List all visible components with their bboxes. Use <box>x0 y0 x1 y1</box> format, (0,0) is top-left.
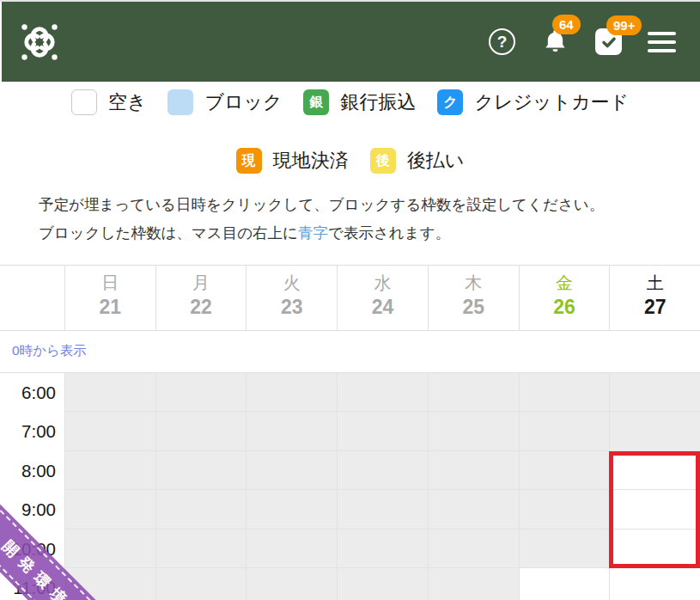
grid-row: 7:00 <box>0 412 700 451</box>
legend-row-2: 現現地決済後後払い <box>0 148 700 174</box>
show-from-zero-link[interactable]: 0時から表示 <box>12 342 87 360</box>
grid-cell[interactable] <box>519 373 610 413</box>
day-name: 火 <box>247 274 337 291</box>
grid-cell[interactable] <box>337 451 428 491</box>
grid-cell[interactable] <box>519 412 610 451</box>
app-logo-icon[interactable] <box>19 21 60 63</box>
grid-cell[interactable] <box>64 490 155 530</box>
grid-cell[interactable] <box>428 568 519 600</box>
legend-swatch-icon: 現 <box>236 148 262 174</box>
day-date: 25 <box>429 297 519 317</box>
legend-swatch-icon: 後 <box>370 148 396 174</box>
grid-cell[interactable] <box>519 490 610 530</box>
grid-cell[interactable] <box>609 451 700 491</box>
grid-cell[interactable] <box>246 530 337 569</box>
legend-label: 空き <box>108 89 147 115</box>
grid-row: 11:00 <box>0 568 700 600</box>
help-icon: ? <box>489 28 515 55</box>
day-header-日: 日21 <box>64 266 155 330</box>
day-name: 金 <box>520 274 610 291</box>
legend-item: 後後払い <box>370 148 465 174</box>
hamburger-icon <box>648 32 676 35</box>
app-header: ? 64 99+ <box>2 2 700 82</box>
grid-cell[interactable] <box>246 412 337 451</box>
grid-cell[interactable] <box>519 451 610 491</box>
header-actions: ? 64 99+ <box>489 28 676 56</box>
grid-cell[interactable] <box>155 490 247 530</box>
grid-cell[interactable] <box>428 530 519 569</box>
grid-cell[interactable] <box>246 373 337 413</box>
grid-cell[interactable] <box>337 530 428 569</box>
day-header-木: 木25 <box>428 266 519 330</box>
day-date: 27 <box>610 297 700 317</box>
day-name: 水 <box>338 274 428 291</box>
time-label: 6:00 <box>0 373 64 413</box>
day-date: 26 <box>520 297 610 317</box>
grid-cell[interactable] <box>155 530 247 569</box>
grid-cell[interactable] <box>155 373 247 413</box>
day-date: 21 <box>65 297 155 317</box>
instructions: 予定が埋まっている日時をクリックして、ブロックする枠数を設定してください。 ブロ… <box>39 191 700 248</box>
legend-label: ブロック <box>204 89 282 115</box>
grid-cell[interactable] <box>246 568 337 600</box>
grid-cell[interactable] <box>64 412 155 451</box>
day-header-火: 火23 <box>246 266 337 330</box>
day-name: 土 <box>610 274 700 291</box>
instruction-line-2: ブロックした枠数は、マス目の右上に青字で表示されます。 <box>39 219 700 248</box>
grid-cell[interactable] <box>609 568 700 600</box>
grid-cell[interactable] <box>337 373 428 413</box>
grid-cell[interactable] <box>428 490 519 530</box>
help-button[interactable]: ? <box>489 28 515 55</box>
day-header-土: 土27 <box>609 266 700 330</box>
page-root: ? 64 99+ <box>0 0 700 600</box>
legend-swatch-icon <box>167 89 193 115</box>
legend-row-1: 空きブロック銀銀行振込ククレジットカード <box>0 89 700 115</box>
legend-item: 銀銀行振込 <box>303 89 416 115</box>
grid-cell[interactable] <box>64 373 155 413</box>
grid-cell[interactable] <box>337 490 428 530</box>
day-header-水: 水24 <box>337 266 428 330</box>
grid-row: 10:00 <box>0 530 700 569</box>
time-label: 7:00 <box>0 412 64 451</box>
grid-row: 8:00 <box>0 451 700 491</box>
grid-row: 9:00 <box>0 490 700 530</box>
grid-cell[interactable] <box>155 451 247 491</box>
tasks-button[interactable]: 99+ <box>595 28 622 55</box>
grid-row: 6:00 <box>0 373 700 413</box>
link-row: 0時から表示 <box>0 331 700 372</box>
blue-text-highlight: 青字 <box>298 224 328 242</box>
grid-cell[interactable] <box>246 451 337 491</box>
legend-item: ククレジットカード <box>437 89 629 115</box>
day-date: 24 <box>338 297 428 317</box>
grid-cell[interactable] <box>609 412 700 451</box>
grid-cell[interactable] <box>337 568 428 600</box>
grid-cell[interactable] <box>155 412 247 451</box>
grid-cell[interactable] <box>337 412 428 451</box>
grid-cell[interactable] <box>519 568 610 600</box>
grid-cell[interactable] <box>609 530 700 569</box>
legend-label: 後払い <box>407 148 465 174</box>
grid-cell[interactable] <box>64 451 155 491</box>
day-name: 日 <box>65 274 155 291</box>
legend-swatch-icon: ク <box>437 89 463 115</box>
day-header-row: 日21月22火23水24木25金26土27 <box>0 265 700 331</box>
schedule-grid: 6:007:008:009:0010:0011:00 <box>0 372 700 600</box>
grid-cell[interactable] <box>428 412 519 451</box>
grid-cell[interactable] <box>64 530 155 569</box>
day-date: 23 <box>247 297 337 317</box>
hamburger-menu-button[interactable] <box>648 32 676 52</box>
legend-label: 銀行振込 <box>340 89 416 115</box>
legend-item: 現現地決済 <box>236 148 349 174</box>
grid-cell[interactable] <box>519 530 610 569</box>
day-date: 22 <box>156 297 247 317</box>
grid-cell[interactable] <box>428 451 519 491</box>
grid-cell[interactable] <box>246 490 337 530</box>
notifications-button[interactable]: 64 <box>541 28 569 56</box>
grid-cell[interactable] <box>609 373 700 413</box>
grid-cell[interactable] <box>428 373 519 413</box>
legend-swatch-icon <box>71 89 97 115</box>
grid-cell[interactable] <box>155 568 247 600</box>
grid-cell[interactable] <box>609 490 700 530</box>
time-gutter <box>0 266 64 330</box>
legend-item: 空き <box>71 89 147 115</box>
